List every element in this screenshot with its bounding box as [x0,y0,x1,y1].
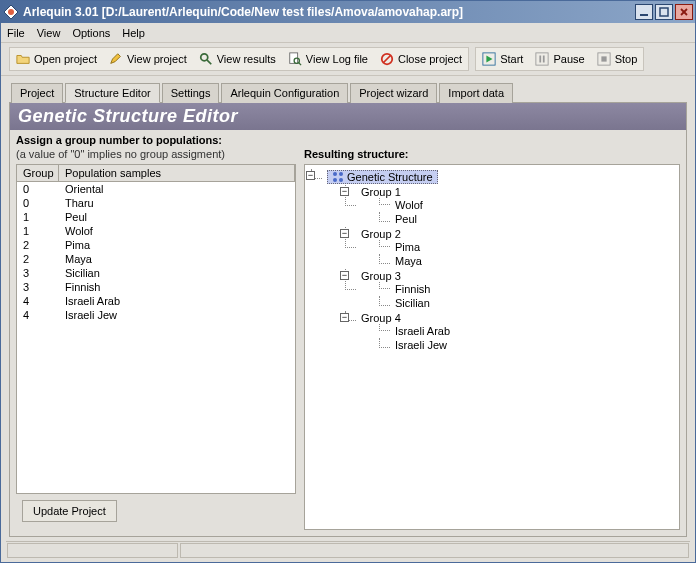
result-label: Resulting structure: [304,148,680,160]
toolbar: Open project View project View results V… [1,43,695,76]
tree-group[interactable]: Group 4 [361,312,401,324]
table-row[interactable]: 4Israeli Jew [17,308,295,322]
cell-population[interactable]: Peul [59,210,295,224]
table-row[interactable]: 3Finnish [17,280,295,294]
right-pane: Resulting structure: −Genetic Structure−… [304,134,680,530]
table-row[interactable]: 2Pima [17,238,295,252]
col-population[interactable]: Population samples [59,165,295,181]
pencil-icon [109,52,123,66]
svg-point-1 [8,9,14,15]
table-row[interactable]: 4Israeli Arab [17,294,295,308]
svg-point-23 [339,178,343,182]
svg-point-20 [333,172,337,176]
cell-population[interactable]: Maya [59,252,295,266]
view-project-button[interactable]: View project [107,51,189,67]
tree-toggle[interactable]: − [340,271,349,280]
svg-rect-17 [543,56,545,63]
tab-structure-editor[interactable]: Structure Editor [65,83,159,103]
cell-population[interactable]: Pima [59,238,295,252]
cell-population[interactable]: Finnish [59,280,295,294]
tree-population[interactable]: Israeli Jew [395,339,447,351]
magnifier-icon [199,52,213,66]
svg-rect-2 [640,14,648,16]
close-button[interactable] [675,4,693,20]
cell-population[interactable]: Wolof [59,224,295,238]
svg-rect-16 [540,56,542,63]
table-row[interactable]: 3Sicilian [17,266,295,280]
svg-point-22 [333,178,337,182]
tree-toggle[interactable]: − [340,187,349,196]
menubar: File View Options Help [1,23,695,43]
app-window: Arlequin 3.01 [D:/Laurent/Arlequin/Code/… [0,0,696,563]
assign-subtext: (a value of "0" implies no group assigme… [16,148,296,160]
cell-group[interactable]: 1 [17,210,59,224]
document-search-icon [288,52,302,66]
open-project-button[interactable]: Open project [14,51,99,67]
tab-settings[interactable]: Settings [162,83,220,103]
statusbar [6,541,690,559]
table-row[interactable]: 2Maya [17,252,295,266]
tree-population[interactable]: Maya [395,255,422,267]
tree-toggle[interactable]: − [306,171,315,180]
tree-population[interactable]: Wolof [395,199,423,211]
stop-button[interactable]: Stop [595,51,640,67]
menu-file[interactable]: File [7,27,25,39]
tabstrip: Project Structure Editor Settings Arlequ… [1,76,695,102]
pause-button[interactable]: Pause [533,51,586,67]
maximize-button[interactable] [655,4,673,20]
cell-group[interactable]: 4 [17,294,59,308]
tree-root[interactable]: Genetic Structure [327,170,438,184]
tree-population[interactable]: Pima [395,241,420,253]
grid-header: Group Population samples [17,165,295,182]
start-button[interactable]: Start [480,51,525,67]
tree-group[interactable]: Group 2 [361,228,401,240]
cell-group[interactable]: 2 [17,238,59,252]
cell-population[interactable]: Oriental [59,182,295,196]
assign-instruction: Assign a group number to populations: [16,134,296,146]
cell-population[interactable]: Sicilian [59,266,295,280]
table-row[interactable]: 0Oriental [17,182,295,196]
cell-population[interactable]: Tharu [59,196,295,210]
svg-rect-15 [536,53,548,65]
cell-group[interactable]: 0 [17,196,59,210]
tab-arlequin-configuration[interactable]: Arlequin Configuration [221,83,348,103]
tree-population[interactable]: Peul [395,213,417,225]
tree-population[interactable]: Israeli Arab [395,325,450,337]
cell-population[interactable]: Israeli Arab [59,294,295,308]
minimize-button[interactable] [635,4,653,20]
tab-project-wizard[interactable]: Project wizard [350,83,437,103]
update-project-button[interactable]: Update Project [22,500,117,522]
tree-group[interactable]: Group 3 [361,270,401,282]
table-row[interactable]: 1Wolof [17,224,295,238]
tab-project[interactable]: Project [11,83,63,103]
view-log-button[interactable]: View Log file [286,51,370,67]
tree-toggle[interactable]: − [340,229,349,238]
table-row[interactable]: 1Peul [17,210,295,224]
view-results-button[interactable]: View results [197,51,278,67]
table-row[interactable]: 0Tharu [17,196,295,210]
tree-population[interactable]: Sicilian [395,297,430,309]
tree-group[interactable]: Group 1 [361,186,401,198]
close-project-button[interactable]: Close project [378,51,464,67]
col-group[interactable]: Group [17,165,59,181]
result-tree[interactable]: −Genetic Structure−Group 1WolofPeul−Grou… [304,164,680,530]
cell-group[interactable]: 0 [17,182,59,196]
svg-point-6 [200,54,207,61]
tree-population[interactable]: Finnish [395,283,430,295]
menu-options[interactable]: Options [72,27,110,39]
menu-view[interactable]: View [37,27,61,39]
cell-group[interactable]: 3 [17,280,59,294]
cell-group[interactable]: 2 [17,252,59,266]
menu-help[interactable]: Help [122,27,145,39]
cell-group[interactable]: 1 [17,224,59,238]
cell-group[interactable]: 4 [17,308,59,322]
tree-toggle[interactable]: − [340,313,349,322]
tab-import-data[interactable]: Import data [439,83,513,103]
cell-group[interactable]: 3 [17,266,59,280]
content-panel: Genetic Structure Editor Assign a group … [9,102,687,537]
svg-line-7 [207,60,211,64]
left-pane: Assign a group number to populations: (a… [16,134,296,530]
cell-population[interactable]: Israeli Jew [59,308,295,322]
pause-icon [535,52,549,66]
population-grid[interactable]: Group Population samples 0Oriental0Tharu… [16,164,296,494]
